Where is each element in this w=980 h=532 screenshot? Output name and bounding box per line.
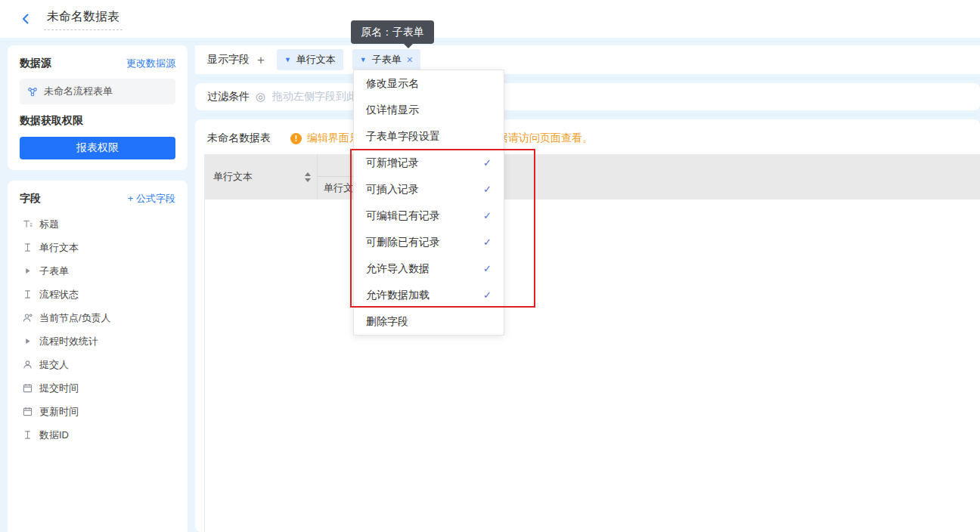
chevron-down-icon[interactable]: ▼	[284, 56, 291, 63]
datasource-title: 数据源	[20, 57, 51, 70]
menu-item-label: 可删除已有记录	[366, 236, 440, 249]
caret-right-icon	[22, 338, 33, 345]
text-icon	[22, 243, 33, 252]
menu-item[interactable]: 删除字段 ✓	[354, 308, 504, 335]
field-list-item[interactable]: 子表单	[20, 259, 175, 283]
fields-title: 字段	[20, 192, 41, 206]
menu-item-label: 可新增记录	[366, 156, 419, 170]
fields-panel: 字段 + 公式字段 标题 单行文本 子表单 流程状态 当前节点	[8, 181, 188, 532]
field-options-menu: 修改显示名 ✓ 仅详情显示 ✓ 子表单字段设置 ✓ 可新增记录 ✓ 可插入记录 …	[353, 70, 504, 336]
filter-label: 过滤条件	[207, 90, 250, 104]
caret-right-icon	[22, 268, 33, 274]
menu-item[interactable]: 可编辑已有记录 ✓	[354, 203, 504, 229]
assignee-icon	[22, 313, 33, 323]
check-icon: ✓	[483, 210, 492, 221]
calendar-icon	[22, 383, 33, 393]
display-fields-bar: 显示字段 + ▼ 单行文本 × ▼ 子表单 ×	[195, 45, 980, 74]
tooltip: 原名：子表单	[351, 20, 434, 44]
column-header-label: 单行文本	[213, 170, 253, 184]
menu-item[interactable]: 允许数据加载 ✓	[354, 282, 504, 308]
display-fields-label: 显示字段	[207, 53, 250, 66]
person-icon	[22, 360, 33, 370]
check-icon: ✓	[483, 289, 492, 301]
data-permission-title: 数据获取权限	[20, 114, 175, 128]
menu-item-label: 删除字段	[366, 315, 408, 329]
add-display-field-button[interactable]: +	[257, 54, 265, 66]
menu-item-label: 修改显示名	[366, 77, 419, 91]
field-list-item[interactable]: 当前节点/负责人	[20, 306, 175, 329]
menu-item[interactable]: 仅详情显示 ✓	[354, 97, 504, 123]
menu-item[interactable]: 允许导入数据 ✓	[354, 255, 504, 282]
table-panel: 未命名数据表 ! 编辑界面只展示部分数据供预览，完整数据请访问页面查看。 单行文…	[195, 119, 980, 532]
page-title[interactable]: 未命名数据表	[44, 8, 122, 30]
menu-item[interactable]: 子表单字段设置 ✓	[354, 123, 504, 150]
field-item-label: 流程时效统计	[39, 335, 98, 348]
field-list-item[interactable]: 标题	[20, 212, 175, 236]
datasource-panel: 数据源 更改数据源 未命名流程表单 数据获取权限 报表权限	[8, 45, 188, 170]
sort-icon[interactable]	[305, 172, 311, 182]
data-table: 单行文本 单行文本	[204, 154, 980, 532]
field-item-label: 当前节点/负责人	[39, 311, 111, 325]
menu-item[interactable]: 可删除已有记录 ✓	[354, 229, 504, 255]
menu-item-label: 可插入记录	[366, 183, 419, 196]
app-window: 未命名数据表 数据源 更改数据源 未命名流程表单 数据获取权限 报表权限 字段 …	[0, 0, 980, 532]
field-list-item[interactable]: 提交时间	[20, 376, 175, 400]
column-header-single-line-text[interactable]: 单行文本	[204, 154, 318, 200]
menu-item[interactable]: 可新增记录 ✓	[354, 150, 504, 176]
add-formula-field-link[interactable]: + 公式字段	[128, 192, 175, 206]
datasource-item-label: 未命名流程表单	[44, 85, 113, 98]
tooltip-arrow-icon	[404, 44, 413, 48]
check-icon: ✓	[483, 184, 492, 195]
filter-bar: 过滤条件 ◎ 拖动左侧字段到此处	[195, 83, 980, 110]
text-icon	[22, 289, 33, 299]
menu-item[interactable]: 可插入记录 ✓	[354, 176, 504, 203]
field-list-item[interactable]: 流程时效统计	[20, 329, 175, 353]
top-header: 未命名数据表	[0, 0, 980, 38]
menu-item[interactable]: 修改显示名 ✓	[354, 70, 504, 97]
field-item-label: 子表单	[39, 264, 69, 278]
back-icon[interactable]	[18, 11, 33, 26]
target-icon: ◎	[256, 90, 265, 104]
menu-item-label: 子表单字段设置	[366, 130, 440, 144]
close-icon[interactable]: ×	[407, 54, 413, 66]
menu-item-label: 允许导入数据	[366, 262, 430, 276]
field-list-item[interactable]: 提交人	[20, 353, 175, 376]
chip-label: 子表单	[372, 53, 402, 66]
calendar-icon	[22, 407, 33, 416]
check-icon: ✓	[483, 157, 492, 169]
report-permission-button[interactable]: 报表权限	[20, 137, 175, 159]
tooltip-text: 原名：子表单	[361, 26, 424, 39]
change-datasource-link[interactable]: 更改数据源	[126, 57, 175, 70]
field-item-label: 单行文本	[39, 241, 79, 255]
chip-label: 单行文本	[296, 53, 336, 66]
field-item-label: 数据ID	[39, 428, 69, 442]
datasource-item[interactable]: 未命名流程表单	[20, 79, 175, 104]
field-list-item[interactable]: 更新时间	[20, 400, 175, 423]
menu-item-label: 仅详情显示	[366, 104, 419, 117]
field-list-item[interactable]: 单行文本	[20, 236, 175, 259]
table-header: 单行文本 单行文本	[204, 154, 980, 200]
field-list-item[interactable]: 数据ID	[20, 423, 175, 447]
text-icon	[22, 430, 33, 440]
field-list: 标题 单行文本 子表单 流程状态 当前节点/负责人 流程时效统计	[20, 212, 175, 447]
title-icon	[22, 219, 33, 229]
field-item-label: 提交人	[39, 358, 69, 372]
field-item-label: 流程状态	[39, 288, 79, 302]
field-item-label: 更新时间	[39, 405, 79, 419]
display-field-chip[interactable]: ▼ 子表单 ×	[352, 49, 420, 70]
field-list-item[interactable]: 流程状态	[20, 283, 175, 306]
menu-item-label: 可编辑已有记录	[366, 209, 440, 223]
menu-item-label: 允许数据加载	[366, 289, 430, 302]
warning-icon: !	[290, 133, 302, 144]
table-body-empty	[204, 200, 980, 532]
field-item-label: 标题	[39, 218, 59, 231]
workflow-icon	[27, 86, 38, 97]
field-item-label: 提交时间	[39, 382, 79, 395]
display-field-chips: ▼ 单行文本 × ▼ 子表单 ×	[277, 49, 420, 70]
table-title: 未命名数据表	[207, 131, 271, 145]
check-icon: ✓	[483, 263, 492, 274]
check-icon: ✓	[483, 237, 492, 248]
chevron-down-icon[interactable]: ▼	[360, 56, 367, 63]
display-field-chip[interactable]: ▼ 单行文本 ×	[277, 49, 343, 70]
